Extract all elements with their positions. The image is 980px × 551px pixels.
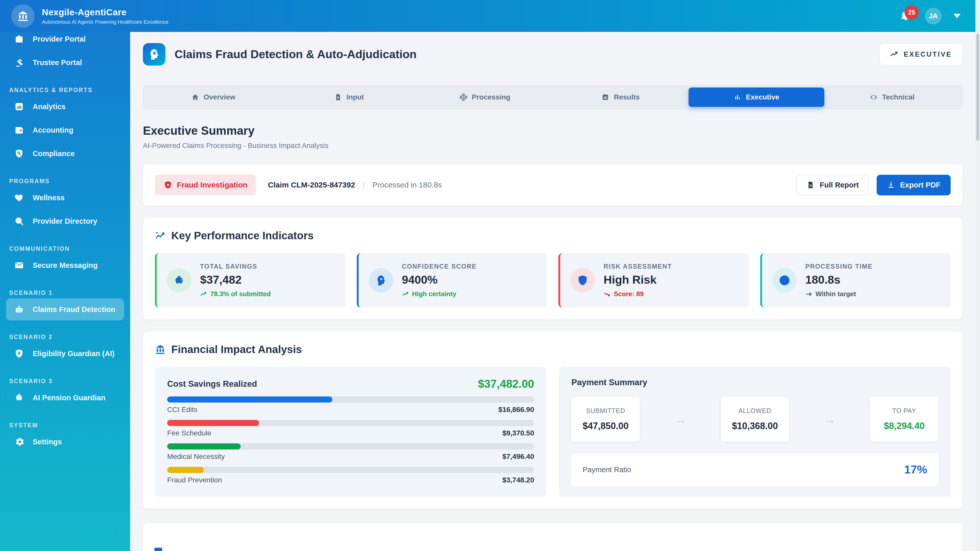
kpi-label: RISK ASSESSMENT [604,263,672,270]
kpi-total-savings: TOTAL SAVINGS $37,482 78.3% of submitted [155,253,345,308]
scenario-icon [143,43,165,65]
sidebar-item-wellness[interactable]: Wellness [6,187,124,209]
sidebar-item-settings[interactable]: Settings [6,431,124,453]
tab-label: Overview [204,93,235,101]
payment-ratio-label: Payment Ratio [583,465,631,474]
kpi-risk-assessment: RISK ASSESSMENT High Risk Score: 89 [558,253,749,308]
sidebar-item-claims-fraud-detection[interactable]: Claims Fraud Detection [6,299,124,321]
savings-bar-fee-schedule: Fee Schedule $9,370.50 [167,420,534,437]
kpi-label: TOTAL SAVINGS [200,263,271,270]
kpi-value: $37,482 [200,273,271,286]
divider: | [363,181,365,189]
next-section-card [143,523,963,551]
sidebar-item-compliance[interactable]: Compliance [6,143,124,165]
tab-label: Executive [746,93,780,101]
top-bar: Nexgile-AgentiCare Autonomous AI Agents … [0,0,975,32]
tab-results[interactable]: Results [553,87,689,107]
sidebar-item-analytics[interactable]: Analytics [6,96,124,118]
sidebar-item-label: Accounting [33,125,73,135]
section-subtitle: AI-Powered Claims Processing - Business … [143,141,963,150]
chart-square-icon [601,94,609,101]
sidebar-item-label: Provider Directory [33,217,97,226]
cost-savings-total: $37,482.00 [478,378,534,390]
trending-down-icon [604,291,611,298]
app-logo [11,4,35,28]
page-scrollbar[interactable] [975,0,980,551]
bar-value: $3,748.20 [502,476,534,484]
cost-savings-title: Cost Savings Realized [167,379,257,389]
bar-chart-icon [734,94,741,101]
payment-step-label: SUBMITTED [579,407,632,414]
executive-mode-chip[interactable]: EXECUTIVE [879,43,963,65]
cost-savings-panel: Cost Savings Realized $37,482.00 CCI Edi… [155,367,546,497]
kpi-label: PROCESSING TIME [805,263,873,270]
scrollbar-thumb[interactable] [976,34,979,141]
sidebar-section-analytics-reports: ANALYTICS & REPORTS [9,87,124,94]
notifications-button[interactable]: 25 [900,10,913,23]
payment-step-label: TO PAY [878,407,931,414]
bar-label: Fraud Prevention [167,476,222,484]
sidebar-item-secure-messaging[interactable]: Secure Messaging [6,254,124,276]
avatar[interactable]: JA [925,8,942,24]
payment-ratio-row: Payment Ratio 17% [571,453,939,486]
payment-step-value: $8,294.40 [878,421,931,431]
sidebar-section-system: SYSTEM [9,422,124,429]
code-icon [870,94,877,101]
page-header: Claims Fraud Detection & Auto-Adjudicati… [143,43,963,65]
next-section-icon [154,548,162,551]
sidebar-item-provider-directory[interactable]: Provider Directory [6,210,124,232]
chevron-down-icon[interactable] [953,14,961,18]
tab-processing[interactable]: Processing [417,87,553,107]
section-title-executive-summary: Executive Summary [143,124,963,138]
cpu-icon [460,94,467,101]
full-report-button[interactable]: Full Report [796,175,869,195]
page-title: Claims Fraud Detection & Auto-Adjudicati… [175,48,417,61]
piggy-bank-icon [167,268,191,292]
payment-step-value: $47,850.00 [579,421,632,431]
kpi-section-title: Key Performance Indicators [171,230,313,242]
sidebar-item-ai-pension-guardian[interactable]: AI Pension Guardian [6,387,124,409]
bar-chart-icon [14,102,24,111]
bar-label: Fee Schedule [167,429,211,437]
app-title: Nexgile-AgentiCare [42,7,169,17]
badge-label: Fraud Investigation [177,181,248,189]
tab-label: Results [614,93,640,101]
shield-search-icon [14,149,24,159]
trending-up-icon [200,291,207,298]
heart-icon [14,193,24,203]
robot-icon [14,305,24,314]
kpi-trend: 78.3% of submitted [200,290,271,298]
kpi-confidence-score: CONFIDENCE SCORE 9400% High certainty [357,253,547,308]
tab-technical[interactable]: Technical [824,87,960,107]
sidebar-item-eligibility-guardian[interactable]: Eligibility Guardian (AI) [6,343,124,365]
sidebar-item-label: Settings [33,437,62,446]
sidebar-item-label: Trustee Portal [33,58,82,67]
sidebar-item-accounting[interactable]: Accounting [6,119,124,141]
gauge-icon [772,268,797,292]
bar-label: CCI Edits [167,406,197,414]
sidebar-item-label: Secure Messaging [33,261,98,270]
sidebar-item-trustee-portal[interactable]: Trustee Portal [6,52,124,73]
sidebar-section-communication: COMMUNICATION [9,245,124,252]
arrow-right-icon: → [823,412,836,427]
kpi-trend: High certainty [402,290,477,298]
arrow-right-icon: → [674,412,687,427]
search-icon [14,216,24,226]
export-pdf-button[interactable]: Export PDF [877,175,951,195]
payment-ratio-value: 17% [904,463,927,476]
financial-section-title: Financial Impact Analysis [171,343,302,356]
tab-input[interactable]: Input [281,87,417,107]
sidebar-item-label: Eligibility Guardian (AI) [33,349,115,358]
payment-summary-panel: Payment Summary SUBMITTED $47,850.00 → A… [559,367,951,497]
ai-head-icon [369,268,393,292]
bank-icon [17,10,29,22]
processing-time-text: Processed in 180.8s [372,181,442,189]
sidebar-item-label: Analytics [33,102,65,111]
tab-executive[interactable]: Executive [689,87,824,107]
sidebar-section-scenario-2: SCENARIO 2 [9,333,124,341]
arrow-right-icon [805,291,813,298]
sidebar-item-label: Provider Portal [33,35,86,44]
tab-overview[interactable]: Overview [145,87,281,107]
shield-icon [570,268,595,292]
app-subtitle: Autonomous AI Agents Powering Healthcare… [42,19,169,25]
